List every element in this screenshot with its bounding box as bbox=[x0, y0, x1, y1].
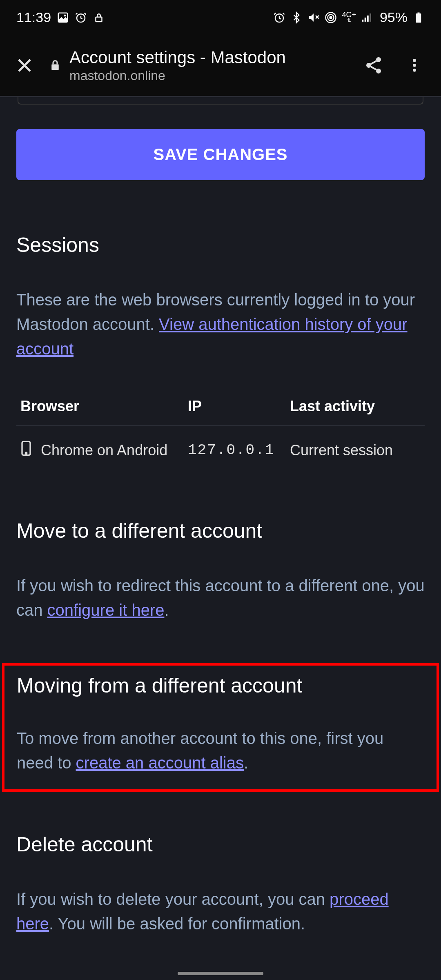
lock-icon bbox=[49, 59, 61, 71]
truncated-section-above bbox=[18, 97, 423, 105]
activity-cell: Current session bbox=[290, 442, 421, 459]
th-activity: Last activity bbox=[290, 398, 421, 415]
hotspot-icon bbox=[325, 11, 337, 24]
overflow-menu-button[interactable] bbox=[400, 51, 429, 80]
svg-rect-12 bbox=[416, 13, 421, 23]
page-content: SAVE CHANGES Sessions These are the web … bbox=[0, 97, 441, 936]
vibrate-mute-icon bbox=[307, 11, 320, 24]
save-changes-button[interactable]: SAVE CHANGES bbox=[16, 129, 425, 180]
svg-point-18 bbox=[413, 59, 416, 62]
navigation-handle[interactable] bbox=[178, 972, 263, 975]
svg-rect-14 bbox=[51, 65, 59, 70]
th-ip: IP bbox=[188, 398, 290, 415]
table-header: Browser IP Last activity bbox=[16, 398, 425, 426]
sessions-section: Sessions These are the web browsers curr… bbox=[16, 233, 425, 474]
svg-point-1 bbox=[64, 14, 66, 16]
status-time: 11:39 bbox=[16, 9, 51, 25]
svg-point-19 bbox=[413, 64, 416, 67]
move-to-description: If you wish to redirect this account to … bbox=[16, 573, 425, 622]
browser-cell: Chrome on Android bbox=[41, 442, 167, 459]
signal-icon bbox=[361, 11, 373, 24]
table-row: Chrome on Android 127.0.0.1 Current sess… bbox=[16, 426, 425, 474]
create-alias-link[interactable]: create an account alias bbox=[76, 754, 244, 772]
svg-rect-9 bbox=[365, 18, 366, 22]
ip-cell: 127.0.0.1 bbox=[188, 442, 290, 459]
svg-point-22 bbox=[25, 452, 27, 454]
svg-point-16 bbox=[366, 63, 371, 68]
browser-chrome-bar: Account settings - Mastodon mastodon.onl… bbox=[0, 35, 441, 96]
svg-rect-13 bbox=[418, 12, 420, 13]
url-bar[interactable]: Account settings - Mastodon mastodon.onl… bbox=[49, 48, 347, 83]
svg-rect-8 bbox=[362, 20, 363, 22]
close-button[interactable] bbox=[12, 53, 37, 78]
svg-point-15 bbox=[376, 57, 381, 62]
configure-redirect-link[interactable]: configure it here bbox=[47, 601, 165, 619]
delete-account-section: Delete account If you wish to delete you… bbox=[16, 833, 425, 936]
page-url: mastodon.online bbox=[69, 68, 286, 83]
bluetooth-icon bbox=[290, 11, 303, 24]
move-from-section-highlight: Moving from a different account To move … bbox=[2, 663, 439, 792]
svg-rect-3 bbox=[96, 17, 102, 21]
sessions-table: Browser IP Last activity Chrome on Andro… bbox=[16, 398, 425, 474]
battery-icon bbox=[412, 11, 425, 24]
alarm-icon bbox=[273, 11, 285, 24]
share-button[interactable] bbox=[359, 51, 388, 80]
th-browser: Browser bbox=[20, 398, 188, 415]
network-type-label: 4G+ ⇅ bbox=[342, 12, 356, 23]
delete-description: If you wish to delete your account, you … bbox=[16, 887, 425, 936]
lock-icon bbox=[93, 11, 105, 24]
move-to-heading: Move to a different account bbox=[16, 519, 425, 543]
svg-point-5 bbox=[330, 16, 332, 18]
android-status-bar: 11:39 4G+ ⇅ 95% bbox=[0, 0, 441, 35]
move-to-section: Move to a different account If you wish … bbox=[16, 519, 425, 622]
svg-point-17 bbox=[376, 69, 381, 74]
sessions-description: These are the web browsers currently log… bbox=[16, 287, 425, 361]
move-from-description: To move from another account to this one… bbox=[17, 726, 424, 775]
image-icon bbox=[57, 11, 69, 24]
sessions-heading: Sessions bbox=[16, 233, 425, 257]
move-from-heading: Moving from a different account bbox=[17, 674, 424, 697]
svg-rect-11 bbox=[370, 13, 371, 22]
battery-percent: 95% bbox=[380, 9, 408, 25]
delete-heading: Delete account bbox=[16, 833, 425, 856]
mobile-device-icon bbox=[20, 440, 32, 460]
svg-point-20 bbox=[413, 69, 416, 72]
page-title: Account settings - Mastodon bbox=[69, 48, 286, 67]
svg-rect-10 bbox=[367, 16, 369, 22]
alarm-icon bbox=[75, 11, 87, 24]
